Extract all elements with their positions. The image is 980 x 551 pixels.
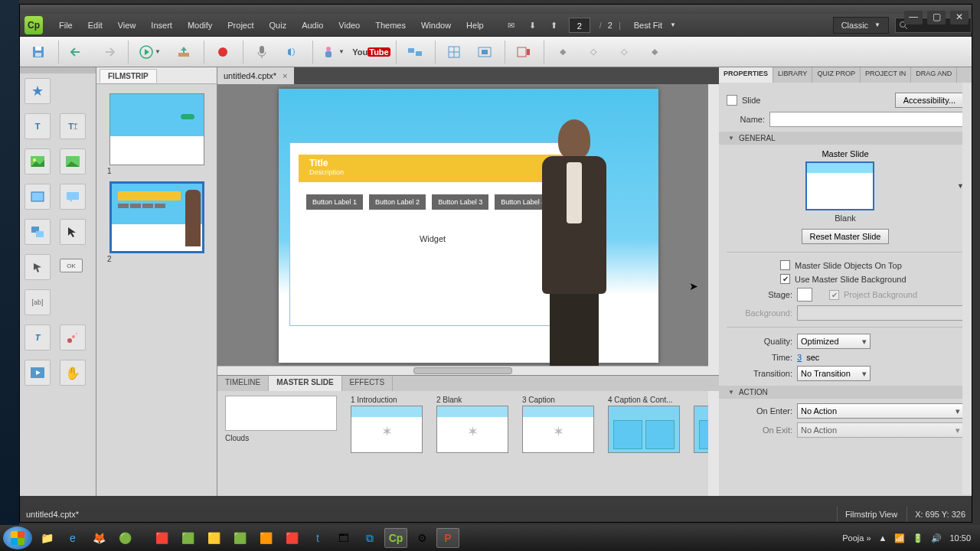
app-icon[interactable]: 🟥 xyxy=(280,528,303,548)
master-theme-thumb[interactable] xyxy=(225,396,337,431)
snap-grid-icon[interactable] xyxy=(441,41,467,64)
tab-project-info[interactable]: PROJECT IN xyxy=(861,67,911,83)
tab-properties[interactable]: PROPERTIES xyxy=(719,67,773,83)
menu-view[interactable]: View xyxy=(111,16,143,34)
image-icon[interactable] xyxy=(24,148,51,174)
app-icon[interactable]: 🟧 xyxy=(254,528,277,548)
star-tool-icon[interactable]: ★ xyxy=(24,78,51,104)
tab-timeline[interactable]: TIMELINE xyxy=(217,376,269,391)
start-button[interactable] xyxy=(3,527,32,549)
youtube-icon[interactable]: YouTube xyxy=(354,41,389,64)
slide-title[interactable]: Title xyxy=(309,158,564,168)
accessibility-button[interactable]: Accessibility... xyxy=(895,93,964,108)
page-current[interactable]: 2 xyxy=(569,18,590,33)
undo-icon[interactable] xyxy=(64,41,90,64)
audio-management-icon[interactable] xyxy=(279,41,305,64)
menu-edit[interactable]: Edit xyxy=(81,16,109,34)
slidelet-icon[interactable] xyxy=(24,219,51,245)
menu-audio[interactable]: Audio xyxy=(295,16,330,34)
canvas-vscroll[interactable] xyxy=(708,84,719,375)
tray-user[interactable]: Pooja » xyxy=(842,533,871,543)
tray-chevron-icon[interactable]: ▲ xyxy=(879,533,887,543)
collaborate-icon[interactable] xyxy=(402,41,428,64)
tab-drag-and-drop[interactable]: DRAG AND xyxy=(911,67,957,83)
send-back-icon[interactable]: ◆ xyxy=(642,41,668,64)
snap-object-icon[interactable] xyxy=(472,41,498,64)
on-exit-select[interactable]: No Action xyxy=(797,422,964,438)
app-icon[interactable]: 🗔 xyxy=(332,528,355,548)
tab-quiz-prop[interactable]: QUIZ PROP xyxy=(812,67,861,83)
time-value[interactable]: 3 xyxy=(797,353,802,362)
section-general[interactable]: GENERAL xyxy=(719,132,972,145)
menu-file[interactable]: File xyxy=(52,16,80,34)
app-icon[interactable]: 🟥 xyxy=(150,528,173,548)
master-thumb-2[interactable]: ✶ xyxy=(436,406,508,453)
props-vscroll[interactable] xyxy=(962,83,972,494)
master-thumb-4[interactable] xyxy=(608,406,680,453)
tray-clock[interactable]: 10:50 xyxy=(949,533,971,543)
character-image[interactable] xyxy=(536,119,612,372)
click-box-icon[interactable] xyxy=(24,254,51,280)
stage-color-swatch[interactable] xyxy=(797,288,812,302)
firefox-icon[interactable]: 🦊 xyxy=(87,528,110,548)
window-minimize[interactable]: — xyxy=(904,11,923,24)
button-icon[interactable]: OK xyxy=(60,259,83,272)
mail-icon[interactable]: ✉ xyxy=(503,18,520,33)
dropbox-icon[interactable]: ⧉ xyxy=(358,528,381,548)
tab-effects[interactable]: EFFECTS xyxy=(342,376,394,391)
canvas[interactable]: Title Description Button Label 1 Button … xyxy=(217,84,719,375)
menu-help[interactable]: Help xyxy=(459,16,491,34)
characters-icon[interactable]: ▼ xyxy=(318,41,349,64)
window-maximize[interactable]: ▢ xyxy=(927,11,946,24)
text-entry-icon[interactable]: T⌶ xyxy=(60,113,86,139)
filmstrip-tab[interactable]: FILMSTRIP xyxy=(100,69,157,83)
rollover-caption-icon[interactable] xyxy=(60,184,86,210)
quality-select[interactable]: Optimized xyxy=(797,334,871,349)
menu-quiz[interactable]: Quiz xyxy=(263,16,294,34)
app-icon[interactable]: 🟩 xyxy=(176,528,199,548)
use-bg-checkbox[interactable]: ✔ xyxy=(780,274,790,284)
app-icon[interactable]: 🟨 xyxy=(202,528,225,548)
record-icon[interactable] xyxy=(210,41,236,64)
preview-icon[interactable]: ▼ xyxy=(134,41,166,64)
master-thumb-1[interactable]: ✶ xyxy=(351,406,423,453)
section-action[interactable]: ACTION xyxy=(719,386,972,399)
zoom-dropdown[interactable]: Best Fit▼ xyxy=(627,16,683,34)
menu-window[interactable]: Window xyxy=(414,16,458,34)
slide-button-2[interactable]: Button Label 2 xyxy=(369,194,426,210)
redo-icon[interactable] xyxy=(95,41,121,64)
master-thumb-3[interactable]: ✶ xyxy=(522,406,594,453)
name-input[interactable] xyxy=(769,112,964,127)
menu-themes[interactable]: Themes xyxy=(368,16,413,34)
twitter-icon[interactable]: t xyxy=(306,528,329,548)
canvas-hscroll[interactable] xyxy=(217,366,708,375)
tray-battery-icon[interactable]: 🔋 xyxy=(913,533,923,543)
hand-tool-icon[interactable]: ✋ xyxy=(60,360,86,386)
explorer-icon[interactable]: 📁 xyxy=(35,528,58,548)
save-icon[interactable] xyxy=(25,41,51,64)
animation-icon[interactable] xyxy=(60,324,86,350)
bring-forward-icon[interactable]: ◇ xyxy=(580,41,606,64)
show-hide-icon[interactable] xyxy=(511,41,537,64)
animation-text-icon[interactable]: T xyxy=(24,324,51,350)
text-animation-icon[interactable]: [ab] xyxy=(24,289,51,315)
powerpoint-icon[interactable]: P xyxy=(436,528,459,548)
slide-subtitle[interactable]: Description xyxy=(309,168,564,176)
slide-button-3[interactable]: Button Label 3 xyxy=(432,194,488,210)
text-caption-icon[interactable]: T xyxy=(24,113,51,139)
record-audio-icon[interactable] xyxy=(249,41,275,64)
send-backward-icon[interactable]: ◇ xyxy=(611,41,637,64)
sync-down-icon[interactable]: ⬇ xyxy=(524,18,541,33)
bring-front-icon[interactable]: ◆ xyxy=(550,41,576,64)
menu-modify[interactable]: Modify xyxy=(181,16,219,34)
app-icon[interactable]: ⚙ xyxy=(410,528,433,548)
tray-volume-icon[interactable]: 🔊 xyxy=(931,533,942,543)
highlight-box-icon[interactable] xyxy=(24,184,51,210)
slide-button-1[interactable]: Button Label 1 xyxy=(306,194,363,210)
publish-icon[interactable] xyxy=(171,41,197,64)
app-icon[interactable]: 🟩 xyxy=(228,528,251,548)
close-tab-icon[interactable]: × xyxy=(283,71,287,80)
slide-widget[interactable]: Widget xyxy=(306,234,559,243)
tray-network-icon[interactable]: 📶 xyxy=(894,533,905,543)
mouse-icon[interactable] xyxy=(60,219,86,245)
